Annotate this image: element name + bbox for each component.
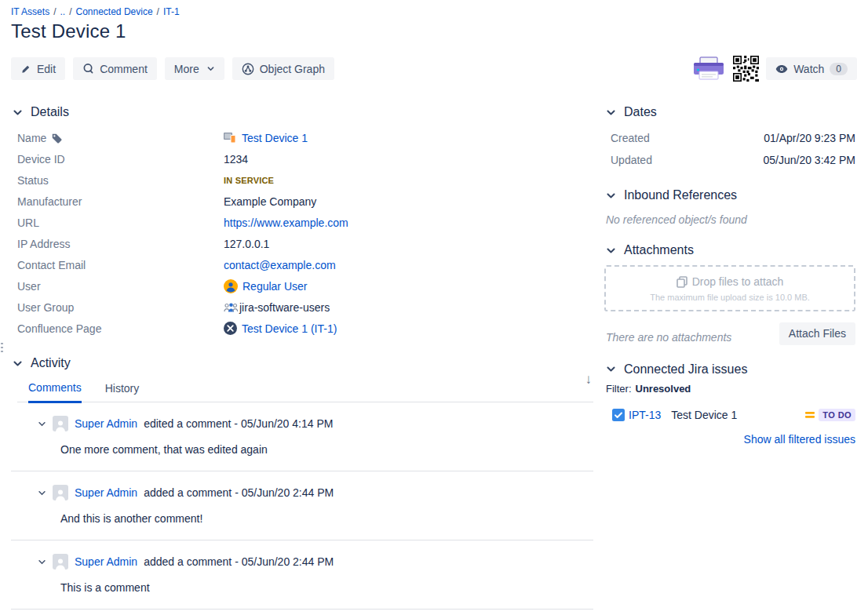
user-avatar: [224, 279, 238, 293]
activity-section-title: Activity: [31, 356, 71, 370]
file-dropzone[interactable]: Drop files to attach The maximum file up…: [604, 265, 855, 311]
task-type-icon: [612, 409, 625, 421]
issue-status-lozenge: TO DO: [819, 409, 855, 421]
details-collapse-chevron-icon[interactable]: [11, 106, 24, 118]
comment-button-label: Comment: [100, 63, 148, 75]
attachments-collapse-chevron-icon[interactable]: [604, 244, 617, 257]
object-detail-page: IT Assets / .. / Connected Device / IT-1…: [0, 0, 868, 615]
show-all-filtered-issues-link[interactable]: Show all filtered issues: [604, 433, 855, 446]
user-group-value: jira-software-users: [239, 301, 330, 314]
comment-collapse-chevron-icon[interactable]: [38, 489, 46, 497]
connected-issues-collapse-chevron-icon[interactable]: [604, 363, 617, 376]
field-value: 1234: [224, 153, 248, 166]
field-row-status: Status IN SERVICE: [17, 169, 593, 191]
breadcrumb-link-connected-device[interactable]: Connected Device: [76, 6, 153, 17]
dropzone-subtitle: The maximum file upload size is 10.0 MB.: [612, 293, 848, 302]
issue-key-link[interactable]: IPT-13: [629, 409, 661, 421]
comment-author-link[interactable]: Super Admin: [75, 417, 137, 430]
breadcrumb-link-object-key[interactable]: IT-1: [163, 6, 180, 17]
field-row-name: Name Test Device 1: [17, 127, 593, 148]
attachments-section: Attachments Drop files to attach The max…: [604, 243, 855, 345]
comment-author-link[interactable]: Super Admin: [75, 555, 137, 568]
connected-issues-section: Connected Jira issues Filter:Unresolved …: [604, 362, 855, 446]
attach-files-button-label: Attach Files: [789, 327, 846, 340]
page-title: Test Device 1: [11, 20, 857, 42]
attachments-section-title: Attachments: [624, 243, 694, 257]
more-button[interactable]: More: [165, 57, 224, 80]
details-section: Details Name: [11, 105, 593, 339]
watch-button[interactable]: Watch 0: [766, 57, 857, 80]
tab-comments[interactable]: Comments: [28, 381, 82, 403]
comment-collapse-chevron-icon[interactable]: [38, 558, 46, 566]
comment-meta: edited a comment - 05/Jun/20 4:14 PM: [144, 417, 333, 430]
tab-history[interactable]: History: [105, 382, 140, 402]
comment-item: Super Admin added a comment - 05/Jun/20 …: [11, 540, 593, 610]
activity-collapse-chevron-icon[interactable]: [11, 357, 24, 369]
comment-bubble-icon: [82, 63, 94, 75]
confluence-page-link[interactable]: Test Device 1 (IT-1): [242, 322, 337, 335]
field-value: Example Company: [224, 195, 316, 208]
comment-collapse-chevron-icon[interactable]: [38, 420, 46, 428]
field-label: User Group: [17, 301, 74, 314]
inbound-references-section-title: Inbound References: [624, 188, 737, 202]
connected-issues-section-title: Connected Jira issues: [624, 362, 747, 377]
comment-body: This is a comment: [11, 581, 593, 594]
field-row-user-group: User Group jira-software-users: [17, 297, 593, 318]
field-label: URL: [17, 217, 39, 229]
email-link[interactable]: contact@example.com: [224, 259, 336, 271]
field-label: Device ID: [17, 153, 65, 166]
comment-body: And this is another comment!: [11, 512, 593, 525]
filter-label: Filter:: [606, 383, 632, 395]
inbound-references-section: Inbound References No referenced object/…: [604, 188, 855, 226]
panel-drag-handle[interactable]: [1, 343, 3, 352]
dates-section-title: Dates: [624, 105, 657, 119]
dates-section: Dates Created 01/Apr/20 9:23 PM Updated …: [604, 105, 855, 171]
commenter-avatar: [53, 416, 68, 431]
breadcrumb: IT Assets / .. / Connected Device / IT-1: [11, 6, 857, 17]
issue-row[interactable]: IPT-13 Test Device 1 TO DO: [612, 409, 855, 421]
breadcrumb-separator: /: [53, 6, 56, 17]
activity-section: Activity Comments History ↓: [11, 356, 593, 615]
details-section-title: Details: [31, 105, 69, 119]
breadcrumb-separator: /: [69, 6, 71, 17]
breadcrumb-separator: /: [157, 6, 159, 17]
object-graph-button[interactable]: Object Graph: [232, 57, 334, 80]
label-tag-icon[interactable]: [51, 133, 62, 144]
copy-files-icon: [677, 276, 687, 288]
comment-button[interactable]: Comment: [73, 57, 157, 80]
watch-button-label: Watch: [793, 63, 824, 75]
qr-code-icon[interactable]: [733, 56, 759, 82]
object-graph-icon: [242, 63, 254, 75]
field-row-url: URL https://www.example.com: [17, 212, 593, 233]
object-name-link[interactable]: Test Device 1: [242, 132, 308, 144]
object-graph-button-label: Object Graph: [260, 63, 325, 75]
right-column: Dates Created 01/Apr/20 9:23 PM Updated …: [604, 105, 855, 446]
attach-files-button[interactable]: Attach Files: [779, 322, 855, 345]
comment-list: Super Admin edited a comment - 05/Jun/20…: [11, 402, 593, 610]
field-label: Name: [17, 132, 46, 144]
date-row-created: Created 01/Apr/20 9:23 PM: [611, 127, 855, 149]
breadcrumb-link-parent[interactable]: ..: [60, 6, 65, 17]
edit-button[interactable]: Edit: [11, 57, 65, 80]
url-link[interactable]: https://www.example.com: [224, 217, 348, 229]
filter-value[interactable]: Unresolved: [636, 383, 691, 395]
issue-summary: Test Device 1: [671, 409, 737, 421]
comment-meta: added a comment - 05/Jun/20 2:44 PM: [144, 555, 334, 568]
field-value: 127.0.0.1: [224, 238, 269, 250]
user-link[interactable]: Regular User: [243, 280, 307, 293]
commenter-avatar: [53, 554, 68, 570]
attachments-empty-text: There are no attachments: [606, 331, 731, 344]
date-value: 01/Apr/20 9:23 PM: [764, 132, 855, 144]
date-row-updated: Updated 05/Jun/20 3:42 PM: [611, 149, 855, 171]
pencil-icon: [20, 64, 31, 75]
sort-order-icon[interactable]: ↓: [585, 372, 593, 388]
dates-collapse-chevron-icon[interactable]: [604, 106, 617, 118]
field-label: Manufacturer: [17, 195, 82, 208]
dropzone-title: Drop files to attach: [692, 275, 784, 288]
print-icon[interactable]: [691, 56, 726, 82]
breadcrumb-link-it-assets[interactable]: IT Assets: [11, 6, 49, 17]
date-value: 05/Jun/20 3:42 PM: [763, 154, 855, 166]
inbound-references-collapse-chevron-icon[interactable]: [604, 189, 617, 202]
comment-author-link[interactable]: Super Admin: [75, 486, 137, 499]
comment-item: Super Admin added a comment - 05/Jun/20 …: [11, 471, 593, 540]
